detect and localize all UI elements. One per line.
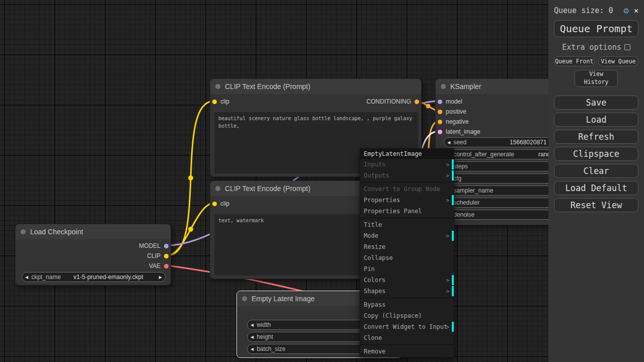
port-dot-conditioning-icon[interactable]	[438, 110, 442, 114]
reset-view-button[interactable]: Reset View	[554, 198, 638, 212]
widget-value: 15668020871	[510, 139, 546, 146]
port-dot-conditioning-icon[interactable]	[438, 120, 442, 124]
submenu-arrow-icon: >	[446, 172, 449, 179]
next-arrow-icon[interactable]: ▶	[156, 275, 165, 280]
port-dot-latent-icon[interactable]	[438, 130, 442, 134]
menu-item-properties-panel[interactable]: Properties Panel	[360, 206, 454, 217]
input-port-negative[interactable]: negative	[438, 119, 468, 124]
view-history-button[interactable]: View History	[575, 70, 618, 87]
menu-item-remove[interactable]: Remove	[360, 346, 454, 357]
refresh-button[interactable]: Refresh	[554, 130, 638, 144]
decrement-arrow-icon[interactable]: ◀	[248, 347, 257, 351]
node-status-dot-icon	[242, 296, 247, 301]
submenu-accent-bar	[452, 322, 454, 332]
submenu-arrow-icon: >	[446, 233, 449, 239]
wire-dot-clip-2[interactable]	[188, 227, 193, 232]
queue-size-text: Queue size: 0	[554, 6, 623, 15]
submenu-arrow-icon: >	[446, 161, 449, 168]
node-title: Empty Latent Image	[252, 295, 314, 303]
node-title: KSampler	[450, 82, 481, 90]
menu-item-copy-clipspace[interactable]: Copy (Clipspace)	[360, 310, 454, 321]
node-header[interactable]: Load Checkpoint	[16, 224, 171, 239]
clear-button[interactable]: Clear	[554, 164, 638, 178]
node-load-checkpoint[interactable]: Load Checkpoint MODEL CLIP VAE ◀ ckpt_na…	[15, 224, 171, 286]
view-queue-button[interactable]: View Queue	[598, 56, 639, 66]
widget-value: v1-5-pruned-emaonly.ckpt	[61, 274, 156, 281]
menu-item-convert-widget-to-input[interactable]: Convert Widget to Input >	[360, 321, 454, 332]
decrement-arrow-icon[interactable]: ◀	[248, 335, 257, 339]
decrement-arrow-icon[interactable]: ◀	[248, 323, 257, 327]
previous-arrow-icon[interactable]: ◀	[22, 275, 31, 280]
submenu-accent-bar	[452, 286, 454, 296]
close-icon[interactable]: ✕	[634, 6, 638, 15]
menu-item-properties[interactable]: Properties >	[360, 195, 454, 206]
menu-item-shapes[interactable]: Shapes >	[360, 286, 454, 297]
menu-item-pin[interactable]: Pin	[360, 263, 454, 275]
submenu-accent-bar	[452, 159, 454, 169]
menu-item-colors[interactable]: Colors >	[360, 275, 454, 286]
queue-prompt-button[interactable]: Queue Prompt	[554, 20, 638, 37]
output-port-clip[interactable]: CLIP	[147, 253, 169, 258]
menu-item-title[interactable]: Title	[360, 219, 454, 230]
context-menu-title: EmptyLatentImage	[360, 149, 454, 159]
node-header[interactable]: CLIP Text Encode (Prompt)	[210, 79, 421, 94]
submenu-arrow-icon: >	[446, 324, 449, 330]
decrement-arrow-icon[interactable]: ◀	[444, 140, 453, 145]
extra-options-checkbox[interactable]	[624, 44, 630, 50]
input-port-positive[interactable]: positive	[438, 109, 466, 114]
output-port-model[interactable]: MODEL	[139, 243, 169, 248]
extra-options-label: Extra options	[562, 43, 621, 52]
menu-separator	[360, 344, 454, 345]
input-port-clip[interactable]: clip	[212, 99, 229, 104]
node-status-dot-icon	[215, 84, 220, 89]
load-button[interactable]: Load	[554, 113, 638, 127]
queue-size-row: Queue size: 0 ⚙ ✕	[554, 5, 638, 16]
node-status-dot-icon	[21, 229, 26, 234]
node-status-dot-icon	[215, 186, 220, 191]
port-dot-model-icon[interactable]	[438, 100, 442, 104]
input-port-clip[interactable]: clip	[212, 201, 229, 206]
wire-dot-conditioning[interactable]	[426, 104, 431, 109]
comfyui-app: CLIP Text Encode (Prompt) clip CONDITION…	[0, 0, 644, 362]
port-dot-model-icon[interactable]	[164, 244, 169, 248]
output-port-vae[interactable]: VAE	[149, 263, 169, 268]
load-default-button[interactable]: Load Default	[554, 181, 638, 195]
main-menu-panel: Queue size: 0 ⚙ ✕ Queue Prompt Extra opt…	[548, 0, 644, 362]
submenu-accent-bar	[452, 170, 454, 180]
menu-item-inputs[interactable]: Inputs >	[360, 159, 454, 170]
queue-front-button[interactable]: Queue Front	[554, 56, 595, 66]
settings-gear-icon[interactable]: ⚙	[623, 5, 629, 16]
menu-item-mode[interactable]: Mode >	[360, 230, 454, 241]
wire-dot-clip-1[interactable]	[188, 175, 193, 180]
menu-item-outputs[interactable]: Outputs >	[360, 170, 454, 181]
menu-item-convert-to-group-node[interactable]: Convert to Group Node	[360, 184, 454, 195]
submenu-accent-bar	[452, 275, 454, 285]
context-menu: EmptyLatentImage Inputs > Outputs > Conv…	[360, 148, 454, 357]
port-dot-vae-icon[interactable]	[164, 264, 169, 268]
menu-item-clone[interactable]: Clone	[360, 332, 454, 343]
port-dot-clip-icon[interactable]	[212, 100, 217, 104]
menu-item-resize[interactable]: Resize	[360, 241, 454, 252]
node-status-dot-icon	[441, 84, 446, 89]
submenu-arrow-icon: >	[446, 277, 449, 284]
output-port-conditioning[interactable]: CONDITIONING	[366, 99, 419, 104]
menu-item-bypass[interactable]: Bypass	[360, 299, 454, 310]
submenu-arrow-icon: >	[446, 197, 449, 204]
wire-clip-to-negative-encode	[168, 203, 214, 255]
menu-separator	[360, 298, 454, 298]
input-port-latent-image[interactable]: latent_image	[438, 129, 480, 134]
input-port-model[interactable]: model	[438, 99, 462, 104]
port-dot-conditioning-icon[interactable]	[415, 100, 419, 104]
widget-ckpt-name[interactable]: ◀ ckpt_name v1-5-pruned-emaonly.ckpt ▶	[22, 272, 166, 282]
wire-clip-to-positive-encode	[168, 101, 214, 255]
submenu-arrow-icon: >	[446, 288, 449, 295]
port-dot-clip-icon[interactable]	[212, 202, 217, 206]
node-title: CLIP Text Encode (Prompt)	[225, 185, 310, 193]
submenu-accent-bar	[452, 195, 454, 205]
port-dot-clip-icon[interactable]	[164, 254, 169, 258]
clipspace-button[interactable]: Clipspace	[554, 147, 638, 161]
menu-item-collapse[interactable]: Collapse	[360, 252, 454, 263]
submenu-accent-bar	[452, 231, 454, 241]
menu-separator	[360, 182, 454, 183]
save-button[interactable]: Save	[554, 96, 638, 110]
